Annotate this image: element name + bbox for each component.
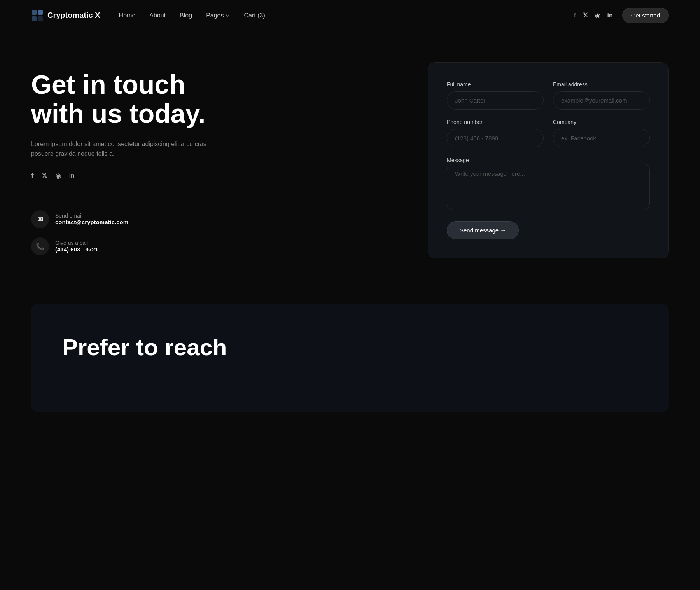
hero-linkedin-icon[interactable]: in	[69, 172, 75, 179]
svg-rect-1	[38, 10, 43, 15]
phone-input[interactable]	[447, 129, 544, 147]
nav-right: f 𝕏 ◉ in Get started	[574, 8, 669, 23]
full-name-group: Full name	[447, 81, 544, 110]
message-label: Message	[447, 157, 469, 163]
email-contact-item: ✉ Send email contact@cryptomatic.com	[31, 210, 210, 228]
logo[interactable]: Cryptomatic X	[31, 9, 100, 22]
nav-blog[interactable]: Blog	[180, 12, 192, 19]
company-group: Company	[553, 119, 650, 147]
nav-social-icons: f 𝕏 ◉ in	[574, 12, 613, 19]
hero-facebook-icon[interactable]: f	[31, 171, 34, 180]
form-row-1: Full name Email address	[447, 81, 650, 110]
nav-about[interactable]: About	[149, 12, 166, 19]
left-column: Get in touch with us today. Lorem ipsum …	[31, 62, 210, 265]
svg-rect-0	[32, 10, 37, 15]
chevron-down-icon	[226, 13, 230, 18]
phone-contact-item: 📞 Give us a call (414) 603 - 9721	[31, 237, 210, 255]
navbar: Cryptomatic X Home About Blog Pages Cart…	[0, 0, 700, 31]
phone-value[interactable]: (414) 603 - 9721	[55, 246, 98, 253]
email-label: Send email	[55, 213, 128, 219]
nav-links: Home About Blog Pages Cart (3)	[119, 12, 265, 19]
section-divider	[31, 196, 210, 196]
email-label-form: Email address	[553, 81, 650, 87]
phone-icon-wrapper: 📞	[31, 237, 49, 255]
hero-subtitle: Lorem ipsum dolor sit amet consectetur a…	[31, 139, 210, 159]
main-section: Get in touch with us today. Lorem ipsum …	[0, 31, 700, 288]
phone-label-form: Phone number	[447, 119, 544, 125]
nav-home[interactable]: Home	[119, 12, 136, 19]
nav-pages-label: Pages	[206, 12, 224, 19]
get-started-button[interactable]: Get started	[622, 8, 669, 23]
nav-instagram-icon[interactable]: ◉	[595, 12, 600, 19]
email-icon-wrapper: ✉	[31, 210, 49, 228]
email-value[interactable]: contact@cryptomatic.com	[55, 219, 128, 225]
company-input[interactable]	[553, 129, 650, 147]
email-group: Email address	[553, 81, 650, 110]
bottom-section: Prefer to reach	[31, 304, 669, 412]
form-row-2: Phone number Company	[447, 119, 650, 147]
hero-instagram-icon[interactable]: ◉	[55, 171, 61, 180]
svg-rect-2	[32, 16, 37, 21]
email-input[interactable]	[553, 91, 650, 110]
send-message-button[interactable]: Send message →	[447, 221, 519, 239]
hero-social-row: f 𝕏 ◉ in	[31, 171, 210, 180]
email-icon: ✉	[37, 215, 43, 223]
full-name-label: Full name	[447, 81, 544, 87]
nav-twitter-icon[interactable]: 𝕏	[583, 12, 588, 19]
phone-icon: 📞	[36, 242, 44, 251]
contact-form-card: Full name Email address Phone number Com…	[428, 62, 669, 258]
email-text-group: Send email contact@cryptomatic.com	[55, 213, 128, 225]
hero-title: Get in touch with us today.	[31, 70, 210, 128]
nav-cart[interactable]: Cart (3)	[244, 12, 265, 19]
svg-rect-3	[38, 16, 43, 21]
message-group: Message	[447, 157, 650, 212]
nav-facebook-icon[interactable]: f	[574, 12, 576, 19]
logo-icon	[31, 9, 44, 22]
hero-twitter-icon[interactable]: 𝕏	[42, 171, 47, 180]
nav-pages[interactable]: Pages	[206, 12, 230, 19]
bottom-title: Prefer to reach	[62, 335, 638, 360]
phone-group: Phone number	[447, 119, 544, 147]
company-label: Company	[553, 119, 650, 125]
message-textarea[interactable]	[447, 164, 650, 210]
nav-left: Cryptomatic X Home About Blog Pages Cart…	[31, 9, 265, 22]
full-name-input[interactable]	[447, 91, 544, 110]
nav-linkedin-icon[interactable]: in	[607, 12, 613, 19]
brand-name: Cryptomatic X	[47, 11, 100, 20]
phone-text-group: Give us a call (414) 603 - 9721	[55, 240, 98, 253]
phone-label: Give us a call	[55, 240, 98, 246]
